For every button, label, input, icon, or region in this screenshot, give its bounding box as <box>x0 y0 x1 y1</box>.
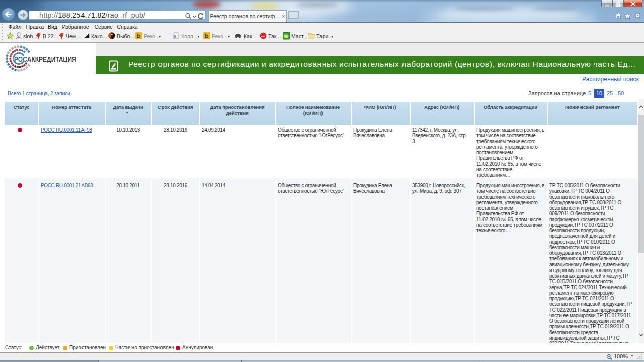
svg-text:e: e <box>174 33 176 39</box>
svg-text:asc: asc <box>261 35 266 38</box>
